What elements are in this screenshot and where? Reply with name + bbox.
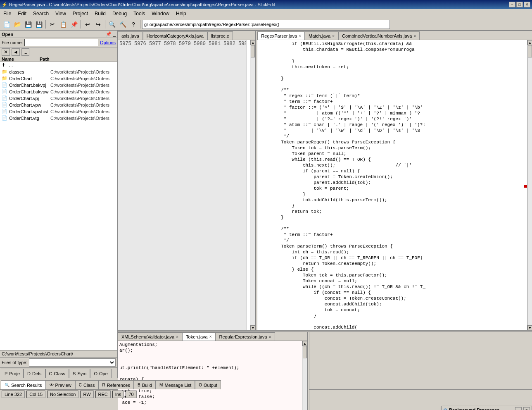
file-icon: 📄 [2, 115, 8, 121]
bottom-tab-message-list[interactable]: MMessage List [156, 380, 195, 389]
right-scroll-track[interactable] [527, 45, 532, 325]
maximize-button[interactable]: □ [516, 2, 523, 7]
file-list-item[interactable]: 📄OrderChart.vpjC:\work\tests\Projects\Or… [0, 95, 117, 102]
bl-scroll-thumb[interactable] [303, 346, 307, 358]
right-tab-close-CombinedVerticalNumberAxis.java[interactable]: × [413, 34, 416, 38]
bottom-tab-search-results[interactable]: 🔍Search Results [1, 380, 46, 389]
location-combo[interactable] [142, 20, 390, 29]
scroll-up-btn[interactable]: ▲ [250, 40, 255, 45]
copy-button[interactable]: 📋 [58, 19, 68, 29]
file-list-item[interactable]: 📁OrderChartC:\work\tests\Projects\Orders [0, 75, 117, 82]
left-tab-2[interactable]: listproc.e [207, 31, 233, 40]
open-button[interactable]: 📂 [12, 19, 22, 29]
right-tab-close-Match.java[interactable]: × [332, 34, 335, 38]
bl-tab-RegularExpression.java[interactable]: RegularExpression.java× [215, 332, 275, 341]
save-all-button[interactable]: 💾 [34, 19, 44, 29]
scroll-down-btn[interactable]: ▼ [250, 325, 255, 330]
left-code-area[interactable]: addSpecificRefactoringMenuItem(refactori… [247, 40, 250, 330]
cut-button[interactable]: ✂ [48, 19, 57, 29]
bottom-left-pane: XMLSchemaValidator.java×Token.java×Regul… [118, 332, 308, 410]
files-type-combo[interactable] [29, 358, 116, 367]
menu-item-file[interactable]: File [0, 10, 14, 17]
file-list-item[interactable]: 📄OrderChart.vpwC:\work\tests\Projects\Or… [0, 102, 117, 108]
file-list-item[interactable]: 📄OrderChart.vpwhistC:\work\tests\Project… [0, 108, 117, 115]
lb-tab-ope[interactable]: O Ope [90, 369, 111, 378]
help-button[interactable]: ? [128, 19, 138, 29]
bottom-tab-build[interactable]: BBuild [134, 380, 156, 389]
more-btn[interactable]: ... [21, 48, 29, 56]
col-path-header: Path [40, 57, 116, 62]
scroll-track[interactable] [250, 45, 255, 325]
bottom-tab-icon: 👁 [50, 383, 54, 387]
menu-item-help[interactable]: Help [173, 10, 190, 17]
menu-bar: FileEditSearchViewProjectBuildDebugTools… [0, 9, 532, 18]
bg-close-btn[interactable]: ✕ [523, 407, 530, 410]
bottom-tab-icon: R [102, 383, 105, 387]
right-scroll-up-btn[interactable]: ▲ [527, 40, 532, 45]
num-status: 70 [126, 391, 136, 398]
new-button[interactable]: 📄 [2, 19, 12, 29]
left-v-scrollbar[interactable]: ▲ ▼ [250, 40, 255, 330]
bl-tab-close-RegularExpression.java[interactable]: × [269, 335, 271, 339]
bl-scroll-track[interactable] [302, 346, 307, 410]
bl-tab-XMLSchemaValidator.java[interactable]: XMLSchemaValidator.java× [118, 332, 182, 341]
menu-item-project[interactable]: Project [69, 10, 91, 17]
file-list-item[interactable]: 📄OrderChart.vtgC:\work\tests\Projects\Or… [0, 115, 117, 122]
build-button[interactable]: 🔨 [118, 19, 128, 29]
lb-tab-defs[interactable]: D Defs [24, 369, 45, 378]
file-name-input[interactable] [24, 39, 98, 46]
lb-tab-class[interactable]: C Class [45, 369, 69, 378]
right-tab-RegexParser.java[interactable]: RegexParser.java× [257, 31, 305, 40]
bottom-left-code[interactable]: Augmentations; ar(); ut.println("handleS… [118, 341, 302, 410]
lb-tab-sym[interactable]: S Sym [69, 369, 90, 378]
panel-minimize-icon[interactable]: _ [113, 32, 116, 37]
bl-tab-close-Token.java[interactable]: × [209, 334, 212, 339]
menu-item-window[interactable]: Window [148, 10, 173, 17]
menu-item-tools[interactable]: Tools [130, 10, 148, 17]
save-button[interactable]: 💾 [23, 19, 33, 29]
menu-item-build[interactable]: Build [91, 10, 109, 17]
right-tab-CombinedVerticalNumberAxis.java[interactable]: CombinedVerticalNumberAxis.java× [338, 31, 420, 40]
paste-button[interactable]: 📌 [69, 19, 79, 29]
bg-minimize-btn[interactable]: _ [515, 407, 522, 410]
lb-tab-label: Defs [32, 371, 42, 376]
left-tab-1[interactable]: HorizontalCategoryAxis.java [143, 31, 207, 40]
bottom-left-scrollbar[interactable]: ▲ ▼ [302, 341, 307, 410]
panel-pin-icon[interactable]: 📌 [106, 31, 112, 37]
bl-tab-Token.java[interactable]: Token.java× [182, 332, 215, 341]
right-tab-Match.java[interactable]: Match.java× [305, 31, 338, 40]
options-link[interactable]: Options [100, 40, 116, 45]
scroll-thumb[interactable] [251, 45, 255, 57]
file-name-bar: File name: Options [0, 38, 117, 48]
undo-button[interactable]: ↩ [83, 19, 93, 29]
menu-item-search[interactable]: Search [30, 10, 52, 17]
right-scroll-thumb[interactable] [528, 45, 532, 57]
left-tab-0[interactable]: axis.java [118, 31, 143, 40]
lb-tab-label: Ope [99, 371, 108, 376]
right-tab-close-RegexParser.java[interactable]: × [299, 33, 301, 38]
menu-item-debug[interactable]: Debug [109, 10, 130, 17]
bl-scroll-up[interactable]: ▲ [302, 341, 307, 346]
right-scroll-down-btn[interactable]: ▼ [527, 325, 532, 330]
bottom-tab-class[interactable]: CClass [75, 380, 99, 389]
right-code-area[interactable]: if (REUtil.isHighSurrogate(this.chardata… [257, 40, 527, 330]
clear-btn[interactable]: ✕ [2, 48, 10, 56]
back-btn[interactable]: ◄ [12, 48, 20, 56]
file-list-item[interactable]: ⬆... [0, 62, 117, 69]
file-list-item[interactable]: 📄OrderChart.bakvpjC:\work\tests\Projects… [0, 82, 117, 88]
bottom-tab-preview[interactable]: 👁Preview [46, 380, 75, 389]
bottom-tab-output[interactable]: OOutput [195, 380, 221, 389]
bottom-tab-references[interactable]: RReferences [98, 380, 134, 389]
menu-item-view[interactable]: View [52, 10, 69, 17]
menu-item-edit[interactable]: Edit [14, 10, 30, 17]
redo-button[interactable]: ↪ [93, 19, 103, 29]
close-button[interactable]: ✕ [524, 2, 530, 7]
right-v-scrollbar[interactable]: ▲ ▼ [527, 40, 532, 330]
lb-tab-proje[interactable]: P Proje [1, 369, 24, 378]
toolbar: 📄 📂 💾 💾 ✂ 📋 📌 ↩ ↪ 🔍 🔨 ? [0, 18, 532, 31]
file-list-item[interactable]: 📁classesC:\work\tests\Projects\Orders [0, 69, 117, 75]
minimize-button[interactable]: − [509, 2, 515, 7]
bl-tab-close-XMLSchemaValidator.java[interactable]: × [176, 335, 178, 339]
file-list-item[interactable]: 📄OrderChart.bakvpwC:\work\tests\Projects… [0, 88, 117, 95]
search-button[interactable]: 🔍 [107, 19, 117, 29]
